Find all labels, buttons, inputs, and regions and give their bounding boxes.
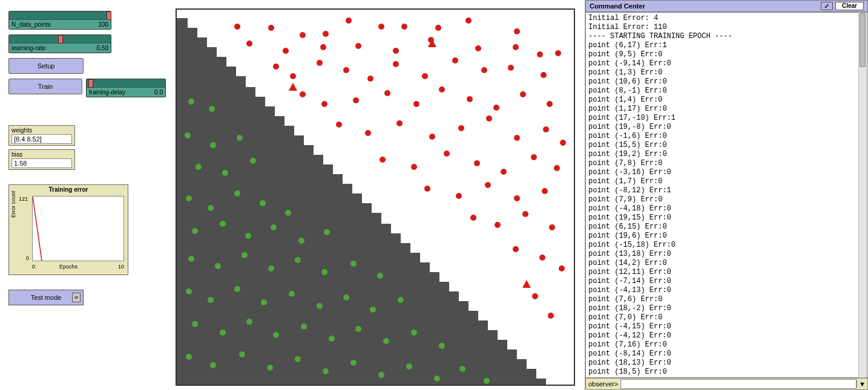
svg-point-103 xyxy=(458,125,464,131)
svg-point-12 xyxy=(285,210,291,216)
slider-thumb[interactable] xyxy=(88,79,93,88)
slider-label: learning-rate xyxy=(12,45,45,51)
svg-point-107 xyxy=(560,140,566,146)
svg-point-127 xyxy=(532,293,538,299)
plot-xmax: 10 xyxy=(118,264,124,270)
svg-point-56 xyxy=(459,366,465,372)
svg-point-59 xyxy=(268,25,274,31)
svg-marker-131 xyxy=(522,280,531,288)
svg-point-100 xyxy=(365,130,371,136)
svg-point-76 xyxy=(537,51,543,57)
clear-button[interactable]: Clear xyxy=(835,2,864,10)
svg-point-121 xyxy=(495,222,501,228)
svg-point-42 xyxy=(355,326,361,332)
svg-point-36 xyxy=(192,321,198,327)
svg-point-2 xyxy=(185,132,191,138)
world-view[interactable] xyxy=(176,8,575,386)
svg-point-0 xyxy=(188,99,194,105)
svg-point-10 xyxy=(234,190,240,197)
svg-point-62 xyxy=(346,18,352,24)
switch-label: Test mode xyxy=(31,294,62,301)
svg-point-123 xyxy=(549,224,555,230)
svg-point-114 xyxy=(554,165,560,171)
svg-point-95 xyxy=(467,96,473,102)
svg-point-19 xyxy=(188,256,194,262)
svg-point-44 xyxy=(411,330,417,336)
slider-training-delay[interactable]: training-delay 0.0 xyxy=(86,79,166,97)
plot-area xyxy=(32,196,124,261)
svg-point-126 xyxy=(559,265,565,271)
setup-button[interactable]: Setup xyxy=(8,58,84,74)
svg-point-75 xyxy=(513,44,519,50)
monitor-value: [8.4 8.52] xyxy=(12,134,72,144)
svg-point-32 xyxy=(317,303,323,309)
svg-point-14 xyxy=(220,221,226,227)
svg-point-115 xyxy=(424,186,430,192)
svg-point-41 xyxy=(329,336,335,342)
command-center-header: Command Center ⤢ Clear xyxy=(585,0,868,12)
svg-marker-129 xyxy=(289,83,297,91)
scrollbar[interactable] xyxy=(858,12,867,378)
svg-point-82 xyxy=(393,61,399,67)
svg-point-90 xyxy=(321,101,327,107)
slider-label: training-delay xyxy=(89,89,125,96)
svg-point-108 xyxy=(380,157,386,163)
svg-point-52 xyxy=(350,360,357,366)
test-mode-switch[interactable]: Test mode ⟳ xyxy=(8,290,84,305)
svg-point-45 xyxy=(439,343,445,349)
svg-point-17 xyxy=(298,238,304,244)
command-output[interactable]: Initial Error: 4 Initial Error: 110 ----… xyxy=(585,12,868,378)
svg-point-48 xyxy=(239,351,245,357)
svg-point-54 xyxy=(406,363,412,369)
svg-point-83 xyxy=(422,73,428,79)
svg-point-92 xyxy=(384,90,390,96)
svg-point-47 xyxy=(210,362,216,368)
slider-value: 0.0 xyxy=(154,89,163,96)
svg-point-80 xyxy=(343,67,349,73)
slider-thumb[interactable] xyxy=(58,35,63,44)
svg-point-113 xyxy=(531,154,537,160)
svg-point-68 xyxy=(246,41,252,47)
scrollbar-thumb[interactable] xyxy=(860,13,866,67)
svg-point-6 xyxy=(222,170,228,176)
command-input[interactable] xyxy=(620,379,856,389)
svg-point-20 xyxy=(215,263,221,269)
svg-point-97 xyxy=(520,91,526,97)
svg-point-33 xyxy=(343,294,349,301)
slider-n-data-points[interactable]: N_data_points 100 xyxy=(8,11,111,30)
svg-point-128 xyxy=(548,313,554,319)
svg-point-5 xyxy=(196,164,202,170)
svg-point-3 xyxy=(210,142,216,148)
svg-point-74 xyxy=(475,45,481,51)
slider-learning-rate[interactable]: learning-rate 0.50 xyxy=(8,34,111,53)
monitor-value: 1.58 xyxy=(12,158,72,168)
expand-icon[interactable]: ⤢ xyxy=(821,2,833,10)
svg-point-69 xyxy=(283,48,289,54)
svg-point-102 xyxy=(429,134,435,140)
svg-point-25 xyxy=(350,261,357,267)
svg-point-70 xyxy=(320,44,326,50)
svg-point-67 xyxy=(514,28,520,34)
svg-point-49 xyxy=(267,365,273,371)
svg-point-22 xyxy=(268,265,274,271)
plot-ymin: 0 xyxy=(26,255,29,261)
slider-thumb[interactable] xyxy=(107,11,111,20)
svg-point-120 xyxy=(470,215,476,221)
monitor-bias: bias 1.58 xyxy=(8,149,75,170)
svg-point-51 xyxy=(323,368,329,374)
monitor-weights: weights [8.4 8.52] xyxy=(8,125,75,146)
train-button[interactable]: Train xyxy=(8,79,82,94)
chevron-down-icon[interactable]: ▼ xyxy=(856,380,867,388)
svg-point-27 xyxy=(186,288,192,294)
svg-point-11 xyxy=(260,200,266,206)
svg-point-79 xyxy=(317,60,323,66)
slider-value: 100 xyxy=(98,21,108,28)
svg-point-58 xyxy=(234,24,240,30)
svg-point-71 xyxy=(355,43,361,49)
monitor-label: weights xyxy=(12,127,72,134)
svg-point-125 xyxy=(539,255,545,261)
svg-point-55 xyxy=(434,375,440,382)
svg-point-15 xyxy=(245,233,251,239)
svg-point-43 xyxy=(383,338,389,344)
svg-point-40 xyxy=(301,323,307,330)
